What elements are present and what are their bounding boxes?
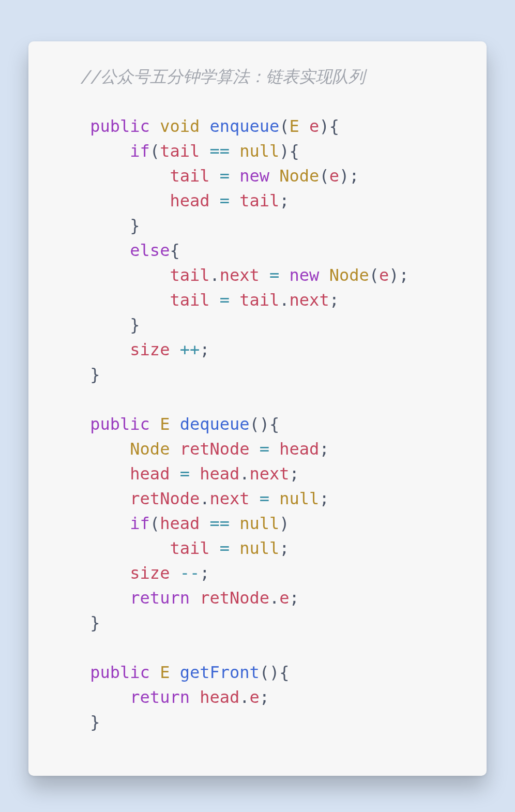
id-size: size xyxy=(130,563,170,583)
id-head: head xyxy=(170,191,209,210)
op-assign: = xyxy=(220,191,230,210)
dot: . xyxy=(200,489,209,508)
type-E: E xyxy=(160,663,170,682)
dot: . xyxy=(269,588,279,608)
id-tail: tail xyxy=(170,166,209,186)
semi: ; xyxy=(279,191,289,210)
paren: (){ xyxy=(250,414,280,434)
op-assign: = xyxy=(260,439,269,459)
brace: } xyxy=(130,216,140,235)
id-e: e xyxy=(329,166,339,186)
id-head: head xyxy=(160,514,200,533)
paren: ){ xyxy=(279,141,299,161)
kw-new: new xyxy=(290,265,320,285)
id-head: head xyxy=(279,439,319,459)
code-comment: //公众号五分钟学算法：链表实现队列 xyxy=(80,67,365,86)
id-retNode: retNode xyxy=(200,588,269,608)
semi: ; xyxy=(279,538,289,558)
semi: ; xyxy=(319,439,329,459)
dot: . xyxy=(239,464,249,484)
id-e: e xyxy=(250,687,260,707)
semi: ; xyxy=(290,464,299,484)
kw-return: return xyxy=(130,588,190,608)
brace: } xyxy=(130,315,140,335)
type-Node: Node xyxy=(279,166,319,186)
id-next: next xyxy=(220,265,260,285)
kw-public: public xyxy=(90,116,150,136)
op-assign: = xyxy=(220,290,230,310)
op-assign: = xyxy=(269,265,279,285)
type-E: E xyxy=(160,414,170,434)
kw-return: return xyxy=(130,687,190,707)
paren: ) xyxy=(279,514,289,533)
id-tail: tail xyxy=(170,538,209,558)
paren: ); xyxy=(389,265,409,285)
kw-new: new xyxy=(239,166,269,186)
id-e: e xyxy=(379,265,389,285)
paren: ( xyxy=(369,265,379,285)
code-card: //公众号五分钟学算法：链表实现队列 public void enqueue(E… xyxy=(28,41,487,776)
id-tail: tail xyxy=(170,290,209,310)
id-head: head xyxy=(200,687,239,707)
kw-if: if xyxy=(130,141,150,161)
id-tail: tail xyxy=(239,290,279,310)
id-head: head xyxy=(200,464,239,484)
param-e: e xyxy=(309,116,319,136)
kw-public: public xyxy=(90,414,150,434)
dot: . xyxy=(239,687,249,707)
fn-getFront: getFront xyxy=(180,663,260,682)
kw-null: null xyxy=(239,141,279,161)
op-eqeq: == xyxy=(209,514,230,533)
type-Node: Node xyxy=(329,265,369,285)
semi: ; xyxy=(200,340,209,359)
id-tail: tail xyxy=(239,191,279,210)
paren: ){ xyxy=(319,116,339,136)
op-assign: = xyxy=(180,464,190,484)
semi: ; xyxy=(319,489,329,508)
op-eqeq: == xyxy=(209,141,230,161)
code-block: //公众号五分钟学算法：链表实现队列 public void enqueue(E… xyxy=(80,64,466,734)
kw-else: else xyxy=(130,240,170,260)
id-next: next xyxy=(290,290,329,310)
fn-dequeue: dequeue xyxy=(180,414,250,434)
paren: ); xyxy=(339,166,359,186)
brace: } xyxy=(90,712,100,732)
dot: . xyxy=(209,265,219,285)
op-assign: = xyxy=(260,489,269,508)
paren: ( xyxy=(319,166,329,186)
id-head: head xyxy=(130,464,170,484)
id-retNode: retNode xyxy=(130,489,200,508)
brace: } xyxy=(90,365,100,384)
brace: { xyxy=(170,240,179,260)
id-next: next xyxy=(250,464,290,484)
semi: ; xyxy=(329,290,339,310)
type-E: E xyxy=(290,116,299,136)
kw-null: null xyxy=(239,538,279,558)
kw-null: null xyxy=(279,489,319,508)
id-e: e xyxy=(279,588,289,608)
id-tail: tail xyxy=(170,265,209,285)
id-retNode: retNode xyxy=(180,439,250,459)
kw-if: if xyxy=(130,514,150,533)
semi: ; xyxy=(290,588,299,608)
kw-public: public xyxy=(90,663,150,682)
id-size: size xyxy=(130,340,170,359)
type-Node: Node xyxy=(130,439,170,459)
paren: ( xyxy=(279,116,289,136)
op-assign: = xyxy=(220,538,230,558)
semi: ; xyxy=(260,687,269,707)
brace: } xyxy=(90,613,100,633)
op-pp: ++ xyxy=(180,340,200,359)
paren: ( xyxy=(150,514,160,533)
fn-enqueue: enqueue xyxy=(209,116,279,136)
dot: . xyxy=(279,290,289,310)
id-next: next xyxy=(209,489,249,508)
paren: (){ xyxy=(260,663,290,682)
id-tail: tail xyxy=(160,141,200,161)
kw-null: null xyxy=(239,514,279,533)
paren: ( xyxy=(150,141,160,161)
semi: ; xyxy=(200,563,209,583)
op-assign: = xyxy=(220,166,230,186)
kw-void: void xyxy=(160,116,200,136)
op-mm: -- xyxy=(180,563,200,583)
